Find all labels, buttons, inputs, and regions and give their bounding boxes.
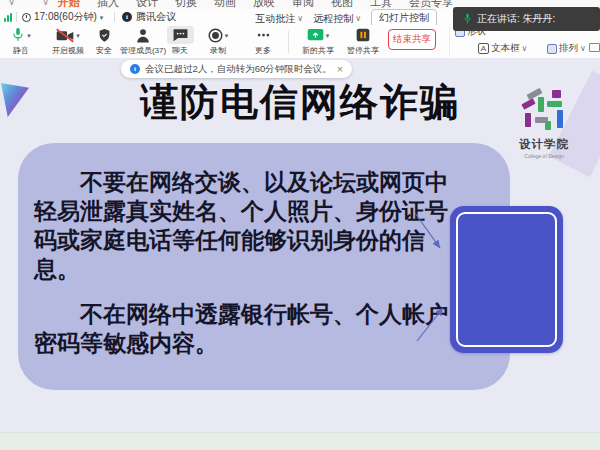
mute-button[interactable]: ▾ 静音 [0, 26, 47, 56]
meeting-timer[interactable]: 17:08(60分钟) ▾ [22, 10, 103, 24]
caret-down-icon[interactable]: ▾ [326, 32, 330, 39]
more-button[interactable]: 更多 [237, 26, 289, 56]
chat-icon [173, 28, 188, 42]
logo-subtitle: College of Design [513, 153, 575, 159]
pause-icon [356, 28, 370, 42]
placeholder-icon [589, 43, 600, 52]
caret-down-icon[interactable]: ▾ [27, 32, 31, 39]
meeting-notice-banner: i 会议已超过2人，自动转为60分钟限时会议。 × [121, 60, 352, 78]
meeting-timer-label: 17:08(60分钟) [34, 10, 97, 24]
arrange-button[interactable]: 排列 ∨ [547, 42, 586, 55]
textbox-icon: A [478, 43, 489, 54]
info-icon: i [122, 12, 132, 22]
remote-control-button[interactable]: 远程控制 ∨ [313, 12, 361, 26]
caret-down-icon: ▾ [100, 14, 104, 21]
wps-tab-home[interactable]: 开始 [58, 0, 80, 9]
presentation-slide: i 会议已超过2人，自动转为60分钟限时会议。 × 谨防电信网络诈骗 设计学院 … [0, 58, 600, 432]
wps-tab-tools[interactable]: 工具 [370, 0, 392, 9]
college-logo: 设计学院 College of Design [513, 90, 575, 159]
wps-tab-slideshow[interactable]: 放映 [253, 0, 275, 9]
slide-title: 谨防电信网络诈骗 [0, 77, 600, 128]
body-paragraph-1: 不要在网络交谈、以及论坛或网页中轻易泄露真实姓名、个人照片、身份证号码或家庭电话… [34, 168, 450, 284]
wps-tab-animation[interactable]: 动画 [214, 0, 236, 9]
microphone-icon [463, 13, 472, 25]
notice-text: 会议已超过2人，自动转为60分钟限时会议。 [145, 63, 332, 76]
chevron-down-icon: ∨ [355, 15, 361, 23]
speaking-toast: 正在讲话: 朱丹丹: [453, 7, 600, 31]
speaking-label: 正在讲话: 朱丹丹: [477, 12, 555, 26]
arrange-icon [547, 44, 557, 54]
shield-icon [98, 28, 111, 43]
caret-down-icon[interactable]: ▾ [225, 32, 229, 39]
wps-tab-member[interactable]: 会员专享 [409, 0, 453, 9]
logo-mark-icon [521, 90, 567, 134]
wps-tab-design[interactable]: 设计 [136, 0, 158, 9]
wps-tab-insert[interactable]: 插入 [97, 0, 119, 9]
window-controls-icon: ∨ ∨ [8, 0, 61, 7]
chevron-down-icon: ∨ [297, 15, 303, 23]
textbox-button[interactable]: A 文本框 ∨ [478, 42, 527, 55]
more-icon [256, 28, 271, 42]
chevron-down-icon: ∨ [580, 45, 586, 53]
app-brand: i 腾讯会议 [122, 10, 176, 24]
microphone-icon [11, 27, 25, 43]
clock-icon [22, 13, 31, 22]
close-icon[interactable]: × [337, 64, 343, 75]
wps-tab-view[interactable]: 视图 [331, 0, 353, 9]
screen: ∨ ∨ 开始 插入 设计 切换 动画 放映 审阅 视图 工具 会员专享 17:0… [0, 0, 600, 450]
app-name-label: 腾讯会议 [136, 10, 176, 24]
chevron-down-icon: ∨ [522, 45, 528, 53]
placeholder-button[interactable]: ∨ [589, 43, 600, 52]
tablet-screen [456, 212, 557, 347]
wps-tab-review[interactable]: 审阅 [292, 0, 314, 9]
network-signal-icon [4, 13, 12, 22]
pause-share-button[interactable]: 暂停共享 [337, 26, 389, 56]
top-toolbar: ∨ ∨ 开始 插入 设计 切换 动画 放映 审阅 视图 工具 会员专享 17:0… [0, 0, 600, 58]
workspace-bottom-strip [0, 432, 600, 450]
logo-title: 设计学院 [513, 137, 575, 152]
end-share-button[interactable]: 结束共享 [388, 29, 436, 50]
tablet-shape [450, 206, 563, 353]
content-box: 不要在网络交谈、以及论坛或网页中轻易泄露真实姓名、个人照片、身份证号码或家庭电话… [18, 143, 510, 390]
body-paragraph-2: 不在网络中透露银行帐号、个人帐户密码等敏感内容。 [34, 300, 450, 358]
wps-tab-transition[interactable]: 切换 [175, 0, 197, 9]
annotate-button[interactable]: 互动批注 ∨ [255, 12, 303, 26]
camera-off-icon [56, 28, 74, 43]
members-icon [136, 28, 150, 43]
share-screen-icon [307, 28, 324, 42]
info-icon: i [130, 64, 140, 74]
record-icon [208, 28, 223, 43]
